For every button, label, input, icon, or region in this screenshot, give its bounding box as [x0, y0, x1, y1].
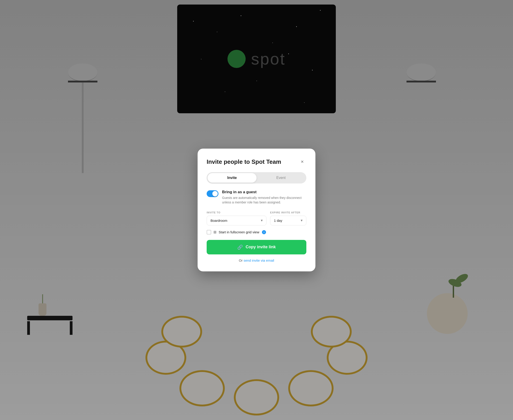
fullscreen-grid-label: Start in fullscreen grid view [219, 230, 259, 234]
toggle-knob [212, 191, 218, 196]
modal-overlay: Invite people to Spot Team × Invite Even… [0, 0, 513, 420]
send-invite-email-link[interactable]: send invite via email [244, 258, 274, 262]
link-icon: 🔗 [237, 244, 243, 250]
expire-invite-select[interactable]: 1 hour 6 hours 1 day 7 days Never [270, 216, 306, 225]
fullscreen-grid-row: ⊞ Start in fullscreen grid view i [207, 230, 306, 234]
expire-invite-group: EXPIRE INVITE AFTER 1 hour 6 hours 1 day… [270, 211, 306, 225]
tab-switcher: Invite Event [207, 172, 306, 183]
toggle-wrapper [207, 190, 219, 197]
guest-heading: Bring in as a guest [222, 190, 306, 194]
fullscreen-grid-checkbox[interactable] [207, 230, 211, 234]
tab-event[interactable]: Event [256, 173, 305, 183]
invite-modal: Invite people to Spot Team × Invite Even… [198, 149, 315, 271]
form-row: INVITE TO Boardroom Main Hall Conference… [207, 211, 306, 225]
modal-header: Invite people to Spot Team × [207, 158, 306, 166]
modal-title: Invite people to Spot Team [207, 158, 281, 165]
guest-description: Guests are automatically removed when th… [222, 196, 306, 205]
copy-invite-label: Copy invite link [246, 245, 276, 249]
expire-invite-select-wrapper: 1 hour 6 hours 1 day 7 days Never ▼ [270, 216, 306, 225]
guest-toggle[interactable] [207, 190, 219, 197]
tab-invite[interactable]: Invite [208, 173, 256, 183]
invite-to-group: INVITE TO Boardroom Main Hall Conference… [207, 211, 266, 225]
email-prefix: Or [239, 258, 244, 262]
invite-to-select[interactable]: Boardroom Main Hall Conference Room Loun… [207, 216, 266, 225]
email-link-row: Or send invite via email [207, 258, 306, 262]
info-icon[interactable]: i [262, 230, 266, 234]
invite-to-label: INVITE TO [207, 211, 266, 214]
guest-text: Bring in as a guest Guests are automatic… [222, 190, 306, 205]
expire-invite-label: EXPIRE INVITE AFTER [270, 211, 306, 214]
guest-section: Bring in as a guest Guests are automatic… [207, 190, 306, 205]
copy-invite-button[interactable]: 🔗 Copy invite link [207, 240, 306, 255]
invite-to-select-wrapper: Boardroom Main Hall Conference Room Loun… [207, 216, 266, 225]
grid-icon: ⊞ [213, 230, 216, 234]
close-button[interactable]: × [298, 158, 306, 166]
